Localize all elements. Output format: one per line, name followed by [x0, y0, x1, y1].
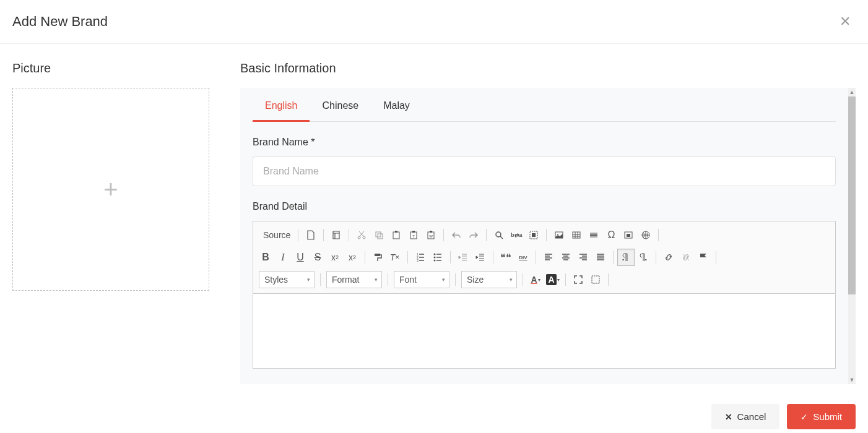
picture-upload-dropzone[interactable]: +: [12, 88, 209, 291]
remove-format-button[interactable]: T✕: [386, 249, 404, 266]
picture-section: Picture +: [12, 61, 223, 384]
scroll-thumb[interactable]: [848, 96, 856, 294]
font-select[interactable]: Font: [394, 271, 449, 288]
image-button[interactable]: [550, 226, 568, 244]
close-button[interactable]: ✕: [835, 11, 856, 32]
indent-icon: [475, 252, 485, 262]
superscript-button[interactable]: x2: [344, 249, 361, 266]
find-icon: [494, 230, 504, 240]
hr-button[interactable]: [585, 226, 602, 244]
bullet-list-icon: [433, 252, 443, 262]
special-char-button[interactable]: Ω: [602, 226, 620, 244]
paste-icon: [391, 230, 401, 240]
basic-info-section: Basic Information English Chinese Malay …: [240, 61, 856, 384]
new-page-button[interactable]: [302, 226, 319, 244]
div-button[interactable]: DIV: [514, 249, 532, 266]
align-justify-button[interactable]: [592, 249, 609, 266]
paste-button[interactable]: [388, 226, 405, 244]
rich-text-editor: Source: [253, 221, 836, 369]
outdent-icon: [458, 252, 468, 262]
svg-point-1: [363, 236, 365, 239]
templates-button[interactable]: [328, 226, 345, 244]
editor-toolbar: Source: [253, 221, 835, 294]
underline-button[interactable]: U: [292, 249, 309, 266]
bullet-list-button[interactable]: [429, 249, 446, 266]
brand-name-field-group: Brand Name *: [253, 137, 836, 186]
modal-title: Add New Brand: [12, 14, 108, 30]
svg-text:W: W: [430, 234, 433, 238]
maximize-icon: [573, 275, 583, 285]
basic-info-title: Basic Information: [240, 61, 856, 75]
modal-footer: ✕ Cancel ✓ Submit: [0, 392, 868, 433]
numbered-list-button[interactable]: 123: [412, 249, 429, 266]
svg-rect-10: [430, 231, 432, 233]
show-blocks-button[interactable]: [587, 271, 604, 288]
tab-chinese[interactable]: Chinese: [310, 88, 371, 122]
scroll-up-arrow[interactable]: ▲: [848, 88, 856, 96]
svg-rect-17: [573, 232, 580, 238]
blockquote-button[interactable]: ❝❝: [497, 249, 514, 266]
globe-icon: [641, 230, 651, 240]
svg-rect-7: [412, 231, 415, 233]
copy-format-button[interactable]: [369, 249, 386, 266]
copy-button[interactable]: [370, 226, 388, 244]
cut-button[interactable]: [353, 226, 370, 244]
paste-word-button[interactable]: W: [422, 226, 440, 244]
source-button[interactable]: Source: [257, 230, 294, 240]
redo-button[interactable]: [465, 226, 482, 244]
outdent-button[interactable]: [454, 249, 472, 266]
anchor-button[interactable]: [695, 249, 712, 266]
undo-button[interactable]: [448, 226, 465, 244]
bg-color-button[interactable]: A▾: [544, 271, 562, 288]
align-center-button[interactable]: [557, 249, 575, 266]
svg-rect-3: [378, 234, 383, 239]
ltr-icon: [621, 252, 631, 262]
plus-icon: +: [103, 177, 118, 202]
rtl-button[interactable]: [635, 249, 652, 266]
align-right-icon: [578, 252, 588, 262]
link-button[interactable]: [660, 249, 677, 266]
paste-text-button[interactable]: T: [405, 226, 422, 244]
copy-icon: [374, 230, 384, 240]
subscript-button[interactable]: x2: [326, 249, 344, 266]
close-icon: ✕: [840, 14, 851, 29]
align-right-button[interactable]: [575, 249, 592, 266]
show-blocks-icon: [591, 275, 601, 285]
close-icon: ✕: [725, 412, 732, 422]
svg-rect-4: [393, 232, 399, 239]
maximize-button[interactable]: [570, 271, 587, 288]
strike-button[interactable]: S: [309, 249, 326, 266]
align-left-button[interactable]: [540, 249, 557, 266]
editor-content-area[interactable]: [253, 294, 835, 368]
scrollbar[interactable]: ▲ ▼: [848, 88, 856, 384]
find-button[interactable]: [490, 226, 508, 244]
tab-english[interactable]: English: [253, 88, 310, 122]
italic-button[interactable]: I: [274, 249, 292, 266]
table-button[interactable]: [568, 226, 585, 244]
unlink-button[interactable]: [677, 249, 695, 266]
ltr-button[interactable]: [617, 249, 635, 266]
cancel-button[interactable]: ✕ Cancel: [711, 404, 780, 429]
cut-icon: [357, 230, 367, 240]
submit-button[interactable]: ✓ Submit: [787, 404, 856, 429]
iframe-button[interactable]: [620, 226, 637, 244]
svg-point-24: [434, 254, 436, 255]
indent-button[interactable]: [472, 249, 489, 266]
numbered-list-icon: 123: [415, 252, 425, 262]
svg-text:3: 3: [417, 259, 419, 262]
page-break-button[interactable]: [637, 226, 654, 244]
replace-button[interactable]: b⇄a: [508, 226, 525, 244]
brand-name-label: Brand Name *: [253, 137, 836, 148]
tab-malay[interactable]: Malay: [371, 88, 422, 122]
bold-button[interactable]: B: [257, 249, 274, 266]
size-select[interactable]: Size: [461, 271, 517, 288]
svg-point-25: [434, 257, 436, 259]
add-brand-modal: Add New Brand ✕ Picture + Basic Informat…: [0, 0, 868, 433]
format-select[interactable]: Format: [326, 271, 382, 288]
scroll-down-arrow[interactable]: ▼: [848, 375, 856, 384]
select-all-button[interactable]: [525, 226, 542, 244]
brand-name-input[interactable]: [253, 156, 836, 186]
styles-select[interactable]: Styles: [259, 271, 315, 288]
text-color-button[interactable]: A▾: [527, 271, 544, 288]
flag-icon: [698, 252, 708, 262]
